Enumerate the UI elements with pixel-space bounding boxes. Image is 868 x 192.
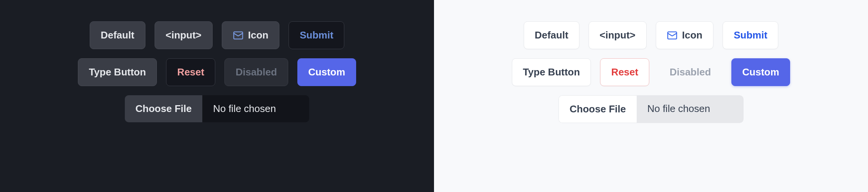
disabled-button: Disabled: [658, 58, 722, 86]
choose-file-button[interactable]: Choose File: [558, 95, 636, 123]
custom-button-label: Custom: [742, 66, 779, 78]
input-button-label: <input>: [600, 29, 636, 41]
file-status-label: No file chosen: [213, 103, 276, 114]
file-status: No file chosen: [637, 95, 744, 123]
file-status-label: No file chosen: [647, 103, 710, 114]
disabled-button: Disabled: [224, 58, 288, 86]
custom-button[interactable]: Custom: [297, 58, 357, 86]
button-row-1: Default <input> Icon Submit: [90, 21, 345, 49]
default-button-label: Default: [535, 29, 568, 41]
mail-icon: [667, 30, 678, 41]
icon-button[interactable]: Icon: [222, 21, 279, 49]
input-button[interactable]: <input>: [155, 21, 213, 49]
button-row-2: Type Button Reset Disabled Custom: [512, 58, 791, 86]
svg-rect-1: [668, 32, 676, 39]
disabled-button-label: Disabled: [670, 66, 711, 78]
dark-panel: Default <input> Icon Submit Type Button …: [0, 0, 434, 192]
default-button-label: Default: [101, 29, 134, 41]
mail-icon: [233, 30, 244, 41]
icon-button[interactable]: Icon: [656, 21, 713, 49]
submit-button[interactable]: Submit: [723, 21, 778, 49]
default-button[interactable]: Default: [524, 21, 579, 49]
svg-rect-0: [234, 32, 242, 39]
type-button-label: Type Button: [89, 66, 146, 78]
submit-button-label: Submit: [734, 29, 767, 41]
reset-button[interactable]: Reset: [600, 58, 649, 86]
reset-button-label: Reset: [177, 66, 204, 78]
icon-button-label: Icon: [682, 29, 702, 41]
button-row-2: Type Button Reset Disabled Custom: [78, 58, 357, 86]
file-status: No file chosen: [202, 95, 309, 122]
type-button[interactable]: Type Button: [78, 58, 157, 86]
type-button[interactable]: Type Button: [512, 58, 591, 86]
light-panel: Default <input> Icon Submit Type Button …: [434, 0, 868, 192]
file-input[interactable]: Choose File No file chosen: [125, 95, 309, 122]
submit-button[interactable]: Submit: [289, 21, 344, 49]
input-button-label: <input>: [166, 29, 202, 41]
default-button[interactable]: Default: [90, 21, 145, 49]
button-row-1: Default <input> Icon Submit: [524, 21, 779, 49]
submit-button-label: Submit: [300, 29, 333, 41]
reset-button-label: Reset: [611, 66, 638, 78]
file-input[interactable]: Choose File No file chosen: [558, 95, 743, 123]
choose-file-button[interactable]: Choose File: [125, 95, 202, 122]
reset-button[interactable]: Reset: [166, 58, 215, 86]
choose-file-label: Choose File: [136, 103, 192, 114]
custom-button-label: Custom: [308, 66, 345, 78]
input-button[interactable]: <input>: [589, 21, 647, 49]
custom-button[interactable]: Custom: [731, 58, 791, 86]
icon-button-label: Icon: [248, 29, 268, 41]
disabled-button-label: Disabled: [236, 66, 277, 78]
choose-file-label: Choose File: [570, 103, 626, 115]
type-button-label: Type Button: [523, 66, 580, 78]
